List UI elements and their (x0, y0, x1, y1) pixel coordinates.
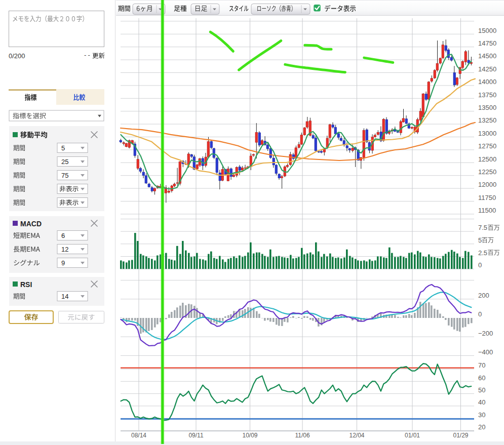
svg-text:70: 70 (478, 361, 485, 369)
svg-text:11750: 11750 (478, 194, 496, 201)
svg-text:08/14: 08/14 (131, 432, 146, 439)
svg-text:25: 25 (61, 158, 68, 166)
svg-text:11500: 11500 (478, 207, 496, 214)
svg-text:2.5: 2.5 (478, 249, 487, 257)
svg-text:14: 14 (61, 293, 68, 300)
svg-text:50: 50 (478, 386, 485, 394)
svg-text:-: - (84, 51, 86, 59)
svg-text:12750: 12750 (478, 142, 496, 150)
svg-text:9: 9 (61, 259, 65, 267)
svg-text:200: 200 (478, 292, 489, 299)
svg-text:09/11: 09/11 (188, 432, 203, 439)
svg-text:14000: 14000 (478, 78, 496, 86)
svg-text:7.5: 7.5 (478, 224, 487, 231)
svg-text:12/04: 12/04 (349, 432, 364, 439)
svg-text:15000: 15000 (478, 27, 496, 34)
svg-text:RSI: RSI (20, 280, 32, 289)
svg-text:12: 12 (61, 246, 68, 253)
svg-text:14500: 14500 (478, 52, 496, 60)
svg-text:−400: −400 (478, 348, 493, 356)
svg-text:−200: −200 (478, 330, 493, 337)
svg-text:60: 60 (478, 374, 485, 382)
svg-text:12000: 12000 (478, 181, 496, 188)
svg-text:13750: 13750 (478, 91, 496, 99)
svg-text:11/06: 11/06 (295, 432, 309, 439)
svg-text:13500: 13500 (478, 104, 496, 111)
svg-text:01/01: 01/01 (405, 432, 420, 439)
svg-text:0: 0 (478, 310, 482, 318)
svg-text:40: 40 (478, 398, 485, 406)
svg-text:13000: 13000 (478, 130, 496, 137)
svg-text:30: 30 (478, 411, 485, 419)
svg-text:0: 0 (478, 261, 482, 269)
svg-text:13250: 13250 (478, 116, 496, 124)
svg-text:14750: 14750 (478, 39, 496, 47)
svg-text:5: 5 (478, 236, 482, 244)
svg-text:12500: 12500 (478, 155, 496, 163)
svg-text:14250: 14250 (478, 65, 496, 73)
svg-text:6: 6 (61, 232, 65, 239)
svg-text:-: - (88, 51, 90, 59)
svg-text:75: 75 (61, 172, 68, 179)
svg-text:5: 5 (61, 144, 65, 152)
svg-text:0/200: 0/200 (9, 52, 25, 60)
svg-text:12250: 12250 (478, 168, 496, 176)
svg-text:10/09: 10/09 (242, 432, 257, 439)
svg-text:01/29: 01/29 (453, 432, 468, 439)
svg-text:MACD: MACD (20, 220, 42, 228)
svg-text:20: 20 (478, 423, 485, 431)
